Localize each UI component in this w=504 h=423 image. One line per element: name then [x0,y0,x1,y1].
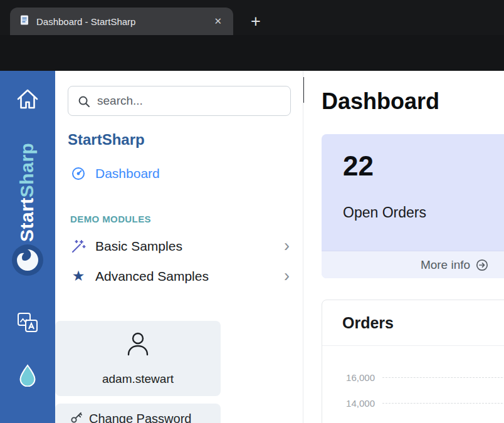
sidebar-brand[interactable]: StartSharp [68,131,145,149]
card-divider [322,345,504,346]
star-icon: ★ [70,269,87,283]
search-icon [78,95,90,108]
orders-card-title: Orders [342,314,394,332]
open-orders-value: 22 [343,150,374,182]
serenity-logo-icon[interactable] [11,244,44,279]
y-axis-tick: 14,000 [333,398,375,409]
theme-droplet-icon[interactable] [18,364,37,389]
page-title: Dashboard [322,88,439,115]
tab-close-icon[interactable]: ✕ [211,14,224,28]
dashboard-gauge-icon [70,166,87,181]
translation-icon[interactable] [16,311,39,337]
key-icon [70,411,83,423]
sidebar: StartSharp Dashboard DEMO MODULES Basic … [55,71,303,423]
sidebar-item-basic-samples[interactable]: Basic Samples › [70,238,290,254]
sidebar-item-label: Advanced Samples [95,269,209,284]
new-tab-button[interactable]: + [246,11,266,31]
user-avatar-icon [123,330,152,360]
change-password-link[interactable]: Change Password [55,404,221,423]
browser-toolbar: ← → ↻ ⌂ serenity.is/demo/ [0,35,504,71]
chevron-right-icon: › [284,238,290,254]
open-orders-label: Open Orders [343,204,426,221]
main-content: Dashboard 22 Open Orders More info Order… [304,71,504,423]
chevron-right-icon: › [284,268,290,285]
browser-window: Dashboard - StartSharp ✕ + ← → ↻ ⌂ seren… [0,0,504,423]
sidebar-section-header: DEMO MODULES [70,214,151,224]
search-input[interactable] [68,86,290,115]
change-password-panel: Change Password [55,404,221,423]
vertical-brand-sharp: Sharp [16,143,37,198]
sidebar-item-advanced-samples[interactable]: ★ Advanced Samples › [70,268,290,285]
more-info-label: More info [421,258,470,272]
gridline [382,377,504,378]
gridline [382,403,504,404]
sidebar-home-icon[interactable] [15,87,40,113]
chart-gridline-row: 16,000 [333,370,504,384]
vertical-brand: StartSharp [0,124,55,244]
y-axis-tick: 16,000 [333,372,375,383]
user-panel: adam.stewart [55,321,221,396]
sidebar-item-label: Dashboard [95,166,160,181]
chart-gridline-row: 14,000 [333,396,504,410]
search-box [68,86,291,116]
arrow-circle-icon [476,259,488,271]
browser-tab[interactable]: Dashboard - StartSharp ✕ [10,8,233,35]
vertical-brand-start: Start [16,197,37,242]
orders-chart-card: Orders 16,000 14,000 [322,300,504,423]
username: adam.stewart [55,372,221,386]
open-orders-card: 22 Open Orders More info [322,134,504,278]
sidebar-item-label: Basic Samples [95,239,182,254]
browser-tab-strip: Dashboard - StartSharp ✕ + [0,0,504,35]
left-icon-rail: StartSharp [0,71,55,423]
sidebar-item-dashboard[interactable]: Dashboard [70,166,290,181]
change-password-label: Change Password [89,412,191,423]
more-info-link[interactable]: More info [322,251,504,278]
magic-wand-icon [70,238,87,254]
tab-title: Dashboard - StartSharp [36,16,205,27]
tab-favicon-icon [19,14,30,28]
